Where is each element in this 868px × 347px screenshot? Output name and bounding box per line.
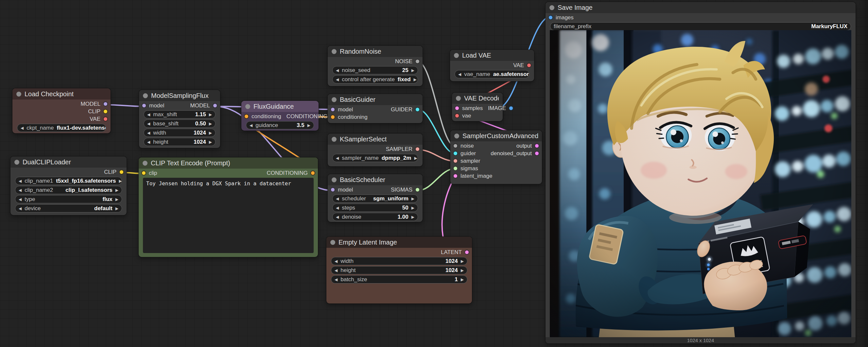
arrow-right-icon[interactable]: ▶ xyxy=(209,112,212,117)
node-header[interactable]: FluxGuidance xyxy=(241,101,318,112)
port-dot-model-in[interactable] xyxy=(330,107,335,112)
node-load-checkpoint[interactable]: Load Checkpoint MODEL CLIP VAE ◀ckpt_nam… xyxy=(12,88,111,133)
port-row-noise-output[interactable]: noiseoutput xyxy=(451,142,542,150)
widget-base-shift[interactable]: ◀base_shift0.50▶ xyxy=(144,119,216,128)
node-dual-clip-loader[interactable]: DualCLIPLoader CLIP ◀clip_name1t5xxl_fp1… xyxy=(10,156,127,215)
port-row-model[interactable]: modelGUIDER xyxy=(328,106,423,113)
node-vae-decode[interactable]: VAE Decode samplesIMAGE vae xyxy=(452,93,503,121)
port-dot-vae[interactable] xyxy=(103,117,108,121)
port-dot-output[interactable] xyxy=(534,143,539,148)
widget-control-after-generate[interactable]: ◀control after generatefixed▶ xyxy=(332,75,418,84)
widget-device[interactable]: ◀devicedefault▶ xyxy=(15,204,122,212)
arrow-right-icon[interactable]: ▶ xyxy=(307,123,310,128)
port-dot-denoised-output[interactable] xyxy=(534,151,539,156)
node-basic-scheduler[interactable]: BasicScheduler modelSIGMAS ◀schedulersgm… xyxy=(328,174,423,222)
node-graph-canvas[interactable]: Load Checkpoint MODEL CLIP VAE ◀ckpt_nam… xyxy=(0,0,868,347)
collapse-dot-icon[interactable] xyxy=(454,134,459,139)
arrow-left-icon[interactable]: ◀ xyxy=(336,77,339,82)
collapse-dot-icon[interactable] xyxy=(330,240,335,245)
node-save-image[interactable]: Save Image images filename_prefixMarkury… xyxy=(546,2,856,343)
port-dot-noise[interactable] xyxy=(415,59,420,64)
widget-denoise[interactable]: ◀denoise1.00▶ xyxy=(332,213,418,221)
output-port-noise[interactable]: NOISE xyxy=(328,58,423,65)
port-dot-noise-in[interactable] xyxy=(453,143,458,148)
collapse-dot-icon[interactable] xyxy=(332,137,337,142)
collapse-dot-icon[interactable] xyxy=(14,160,19,165)
collapse-dot-icon[interactable] xyxy=(550,5,554,10)
input-port-vae[interactable]: vae xyxy=(452,112,503,119)
arrow-left-icon[interactable]: ◀ xyxy=(19,206,22,211)
arrow-right-icon[interactable]: ▶ xyxy=(116,197,118,202)
collapse-dot-icon[interactable] xyxy=(143,161,148,166)
port-dot-model-out[interactable] xyxy=(213,103,217,108)
arrow-right-icon[interactable]: ▶ xyxy=(119,179,122,183)
input-port-latent-image[interactable]: latent_image xyxy=(451,172,542,180)
node-header[interactable]: KSamplerSelect xyxy=(328,134,423,145)
node-header[interactable]: BasicGuider xyxy=(328,94,423,105)
arrow-left-icon[interactable]: ◀ xyxy=(19,197,22,202)
widget-scheduler[interactable]: ◀schedulersgm_uniform▶ xyxy=(332,195,418,203)
node-header[interactable]: VAE Decode xyxy=(452,93,503,104)
widget-vae-name[interactable]: ◀vae_nameae.safetensors▶ xyxy=(455,70,529,78)
port-dot-guider-out[interactable] xyxy=(415,107,420,112)
input-port-images[interactable]: images xyxy=(546,14,856,21)
widget-guidance[interactable]: ◀guidance3.5▶ xyxy=(246,121,314,129)
node-clip-text-encode[interactable]: CLIP Text Encode (Prompt) clipCONDITIONI… xyxy=(139,157,318,257)
collapse-dot-icon[interactable] xyxy=(456,96,461,101)
input-port-sampler[interactable]: sampler xyxy=(451,157,542,165)
port-dot-model[interactable] xyxy=(103,102,108,106)
port-row-model[interactable]: modelSIGMAS xyxy=(328,186,423,194)
node-load-vae[interactable]: Load VAE VAE ◀vae_nameae.safetensors▶ xyxy=(450,50,534,81)
port-dot-sampler[interactable] xyxy=(415,147,420,151)
widget-ckpt-name[interactable]: ◀ckpt_nameflux1-dev.safetensors▶ xyxy=(17,124,106,132)
node-header[interactable]: Empty Latent Image xyxy=(327,237,472,248)
node-header[interactable]: BasicScheduler xyxy=(328,174,423,185)
widget-filename-prefix[interactable]: filename_prefixMarkuryFLUX xyxy=(550,22,851,30)
output-port-clip[interactable]: CLIP xyxy=(12,108,111,115)
arrow-right-icon[interactable]: ▶ xyxy=(411,206,414,210)
arrow-left-icon[interactable]: ◀ xyxy=(336,196,339,201)
widget-width[interactable]: ◀width1024▶ xyxy=(144,129,216,137)
node-header[interactable]: Load Checkpoint xyxy=(12,88,111,99)
port-row-conditioning[interactable]: conditioningCONDITIONING xyxy=(241,113,318,120)
port-row-guider-denoised[interactable]: guiderdenoised_output xyxy=(451,150,542,157)
widget-noise-seed[interactable]: ◀noise_seed25▶ xyxy=(332,66,418,74)
arrow-left-icon[interactable]: ◀ xyxy=(335,259,338,263)
arrow-left-icon[interactable]: ◀ xyxy=(335,268,338,273)
collapse-dot-icon[interactable] xyxy=(143,93,148,98)
node-flux-guidance[interactable]: FluxGuidance conditioningCONDITIONING ◀g… xyxy=(241,101,318,131)
arrow-right-icon[interactable]: ▶ xyxy=(461,268,464,273)
arrow-right-icon[interactable]: ▶ xyxy=(116,188,118,193)
port-dot-samples-in[interactable] xyxy=(455,106,460,111)
port-dot-clip[interactable] xyxy=(103,109,108,114)
arrow-right-icon[interactable]: ▶ xyxy=(461,259,464,263)
port-dot-guider-in[interactable] xyxy=(453,151,458,156)
arrow-left-icon[interactable]: ◀ xyxy=(147,131,150,135)
arrow-left-icon[interactable]: ◀ xyxy=(147,140,150,144)
arrow-right-icon[interactable]: ▶ xyxy=(414,77,417,82)
arrow-left-icon[interactable]: ◀ xyxy=(147,112,150,117)
collapse-dot-icon[interactable] xyxy=(332,97,337,102)
node-header[interactable]: Save Image xyxy=(546,2,856,13)
arrow-left-icon[interactable]: ◀ xyxy=(21,126,24,130)
input-port-conditioning[interactable]: conditioning xyxy=(328,113,423,121)
port-dot-images-in[interactable] xyxy=(548,15,553,20)
port-dot-vae[interactable] xyxy=(527,63,531,68)
port-dot-model-in[interactable] xyxy=(330,187,335,192)
node-header[interactable]: DualCLIPLoader xyxy=(10,156,127,168)
output-port-vae[interactable]: VAE xyxy=(450,62,534,69)
widget-batch-size[interactable]: ◀batch_size1▶ xyxy=(331,275,467,284)
arrow-left-icon[interactable]: ◀ xyxy=(19,188,22,193)
arrow-right-icon[interactable]: ▶ xyxy=(461,277,464,282)
output-port-model[interactable]: MODEL xyxy=(12,100,111,108)
port-dot-sigmas-in[interactable] xyxy=(453,166,458,171)
arrow-left-icon[interactable]: ◀ xyxy=(336,68,339,73)
node-header[interactable]: ModelSamplingFlux xyxy=(139,90,220,101)
node-header[interactable]: CLIP Text Encode (Prompt) xyxy=(139,157,318,169)
output-port-vae[interactable]: VAE xyxy=(12,115,111,123)
port-dot-latent-in[interactable] xyxy=(453,173,458,178)
arrow-left-icon[interactable]: ◀ xyxy=(335,277,338,282)
port-dot-conditioning-out[interactable] xyxy=(310,171,315,175)
output-port-latent[interactable]: LATENT xyxy=(327,249,472,256)
arrow-left-icon[interactable]: ◀ xyxy=(336,156,339,161)
